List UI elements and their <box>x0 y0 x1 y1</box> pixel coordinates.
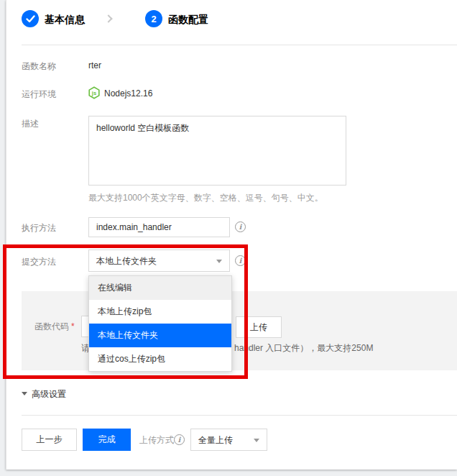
submit-method-dropdown-menu: 在线编辑 本地上传zip包 本地上传文件夹 通过cos上传zip包 <box>88 275 232 372</box>
dropdown-option-local-zip[interactable]: 本地上传zip包 <box>89 300 231 324</box>
submit-method-info-icon[interactable]: i <box>235 255 246 266</box>
check-icon <box>26 15 35 23</box>
step-2-label: 函数配置 <box>168 14 208 27</box>
runtime-label: 运行环境 <box>22 88 56 101</box>
dropdown-arrow-icon <box>254 439 259 442</box>
function-name-value: rter <box>88 60 101 70</box>
handler-input[interactable] <box>88 217 230 237</box>
submit-method-label: 提交方法 <box>22 256 56 268</box>
header-divider <box>22 45 457 45</box>
step-2-indicator: 2 <box>145 10 162 27</box>
handler-info-icon[interactable]: i <box>235 221 246 232</box>
upload-button[interactable]: 上传 <box>236 316 282 338</box>
footer-divider <box>22 415 457 416</box>
handler-label: 执行方法 <box>22 222 56 234</box>
description-textarea[interactable]: helloworld 空白模板函数 <box>88 116 346 186</box>
advanced-settings-label: 高级设置 <box>32 389 66 399</box>
function-name-label: 函数名称 <box>22 60 56 73</box>
dropdown-option-cos-zip[interactable]: 通过cos上传zip包 <box>89 347 231 371</box>
upload-mode-label: 上传方式 <box>139 434 174 447</box>
step-2-number: 2 <box>151 14 156 24</box>
code-tip-text: handler 入口文件），最大支持250M <box>234 342 373 354</box>
submit-method-value: 本地上传文件夹 <box>96 255 157 267</box>
upload-mode-select[interactable]: 全量上传 <box>190 429 267 451</box>
function-code-label: 函数代码* <box>34 321 75 333</box>
description-helper: 最大支持1000个英文字母、数字、空格、逗号、句号、中文。 <box>88 192 323 204</box>
required-asterisk: * <box>71 321 75 331</box>
form-card <box>6 0 457 470</box>
dropdown-arrow-icon <box>216 260 222 263</box>
step-1-indicator[interactable] <box>22 10 39 27</box>
nodejs-icon: js <box>88 86 101 99</box>
advanced-settings-toggle[interactable]: 高级设置 <box>22 388 66 401</box>
done-button[interactable]: 完成 <box>83 429 131 451</box>
submit-method-select[interactable]: 本地上传文件夹 <box>88 250 230 272</box>
dropdown-option-online-edit[interactable]: 在线编辑 <box>89 276 231 300</box>
caret-down-icon <box>22 392 27 395</box>
dropdown-option-local-folder[interactable]: 本地上传文件夹 <box>89 324 231 347</box>
step-1-label[interactable]: 基本信息 <box>45 14 85 27</box>
svg-text:js: js <box>91 90 96 96</box>
description-label: 描述 <box>22 118 39 130</box>
upload-mode-info-icon[interactable]: i <box>174 434 185 445</box>
previous-step-button[interactable]: 上一步 <box>22 429 77 451</box>
runtime-value: Nodejs12.16 <box>104 88 152 99</box>
upload-mode-value: 全量上传 <box>198 434 233 446</box>
